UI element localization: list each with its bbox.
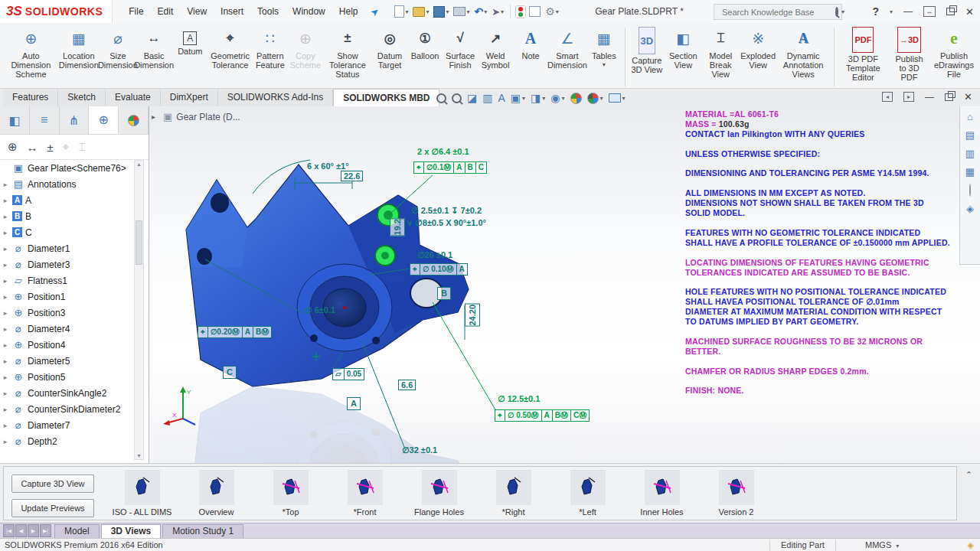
solidworks-resources-icon[interactable]: ⌂ xyxy=(967,111,973,122)
open-button[interactable]: ▾ xyxy=(411,5,430,18)
select-button[interactable]: ➤▾ xyxy=(490,5,505,19)
dimension-annotation[interactable]: ∅ 12.5±0.1 xyxy=(498,394,540,404)
expand-arrow-icon[interactable]: ▸ xyxy=(2,245,9,253)
ribbon-button-weld-symbol[interactable]: ↗Weld Symbol xyxy=(478,26,513,70)
view-thumbnail-image[interactable] xyxy=(719,470,754,505)
scroll-down-icon[interactable]: ▼ xyxy=(135,453,143,458)
datum-flag-c[interactable]: C xyxy=(223,366,237,379)
design-library-icon[interactable]: ▤ xyxy=(965,129,975,141)
pin-menu-icon[interactable]: ➤ xyxy=(368,5,382,19)
view-thumbnail-image[interactable] xyxy=(496,470,531,505)
collapse-panel-icon[interactable]: ⌃ xyxy=(965,470,972,480)
expand-arrow-icon[interactable]: ▸ xyxy=(2,213,9,220)
note-line[interactable]: BETTER. xyxy=(685,347,970,357)
view-thumb-front[interactable]: *Front xyxy=(328,468,402,517)
expand-arrow-icon[interactable]: ▸ xyxy=(2,181,9,188)
displaymanager-tab[interactable] xyxy=(119,106,149,134)
help-button[interactable]: ? xyxy=(873,5,880,18)
search-icon[interactable] xyxy=(835,7,838,17)
tree-item-diameter4[interactable]: ▸⌀Diameter4 xyxy=(0,321,136,337)
dimension-annotation[interactable]: ∨ ∅8±0.5 X 90°±1.0° xyxy=(407,218,486,228)
ribbon-button-auto-dimension-scheme[interactable]: ⊕Auto Dimension Scheme xyxy=(5,26,57,80)
tree-item-position4[interactable]: ▸⊕Position4 xyxy=(0,337,136,353)
tab-nav-last-icon[interactable]: ▶| xyxy=(40,524,51,537)
ribbon-button-datum-target[interactable]: ◎Datum Target xyxy=(372,26,407,70)
menu-tools[interactable]: Tools xyxy=(250,0,286,23)
tree-item-annotations[interactable]: ▸▤Annotations xyxy=(0,176,136,192)
appearances-icon[interactable] xyxy=(969,184,971,196)
tab-nav-first-icon[interactable]: |◀ xyxy=(3,524,15,537)
ribbon-button-section-view[interactable]: ◧Section View xyxy=(665,26,701,70)
doc-minimize-button[interactable]: — xyxy=(925,92,934,103)
tree-item-b[interactable]: ▸BB xyxy=(0,208,136,224)
capture-3d-view-button[interactable]: Capture 3D View xyxy=(11,474,94,493)
ribbon-button-publish-edrawings-file[interactable]: ePublish eDrawings File xyxy=(929,26,978,80)
scroll-up-icon[interactable]: ▲ xyxy=(135,161,143,167)
breadcrumb[interactable]: ▣ Gear Plate (D... xyxy=(163,111,240,122)
gdt-feature-control-frame[interactable]: ⌖∅0.1ⓂABC xyxy=(414,161,487,174)
view-settings-icon[interactable]: ▾ xyxy=(609,93,626,103)
units-selector[interactable]: MMGS▾ xyxy=(858,540,906,551)
menu-window[interactable]: Window xyxy=(286,0,332,23)
ribbon-button-geometric-tolerance[interactable]: ⌖Geometric Tolerance xyxy=(207,26,253,70)
tree-item-diameter7[interactable]: ▸⌀Diameter7 xyxy=(0,417,136,433)
note-line[interactable]: DIAMETER AT MAXIMUM MATERIAL CONDITION W… xyxy=(685,307,970,317)
section-view-icon[interactable]: ◪ xyxy=(467,92,477,104)
custom-properties-icon[interactable]: ◈ xyxy=(966,203,974,214)
tree-scrollbar[interactable]: ▲ ▼ xyxy=(134,160,144,460)
dimension-annotation[interactable]: 19.2 xyxy=(390,218,405,236)
menu-view[interactable]: View xyxy=(180,0,214,23)
tab-solidworks-mbd[interactable]: SOLIDWORKS MBD xyxy=(333,89,439,106)
note-line[interactable]: SHALL HAVE A PROFILE TOLERANCE OF ±0.150… xyxy=(685,238,970,248)
dropdown-caret-icon[interactable]: ▾ xyxy=(603,61,606,68)
note-line[interactable]: MASS = 100.63g xyxy=(685,119,970,129)
tree-item-position1[interactable]: ▸⊕Position1 xyxy=(0,289,136,305)
view-thumbnail-image[interactable] xyxy=(273,470,309,505)
tree-item-countersinkangle2[interactable]: ▸⌀CounterSinkAngle2 xyxy=(0,385,136,401)
menu-insert[interactable]: Insert xyxy=(214,0,250,23)
dimension-annotation[interactable]: 22.6 xyxy=(341,171,363,181)
tree-item-a[interactable]: ▸AA xyxy=(0,192,136,208)
ribbon-button-basic-dimension[interactable]: ↔Basic Dimension xyxy=(136,26,172,70)
dimension-annotation[interactable]: 24.20 xyxy=(465,304,480,327)
dimension-annotation[interactable]: 2 x ∅6.4 ±0.1 xyxy=(417,147,469,157)
stretch-button[interactable]: ↔ xyxy=(923,6,936,17)
expand-arrow-icon[interactable]: ▸ xyxy=(2,277,9,285)
view-thumbnail-image[interactable] xyxy=(570,470,606,505)
auto-dimension-scheme-icon[interactable]: ⊕ xyxy=(8,140,18,154)
graphics-viewport[interactable]: ▸ ▣ Gear Plate (D... xyxy=(149,106,980,463)
save-button[interactable]: ▾ xyxy=(432,5,450,19)
ribbon-button-size-dimension[interactable]: ⌀Size Dimension xyxy=(100,26,136,70)
expand-arrow-icon[interactable]: ▸ xyxy=(2,373,9,381)
expand-arrow-icon[interactable]: ▸ xyxy=(2,309,9,317)
edit-appearance-icon[interactable] xyxy=(570,93,582,104)
note-line[interactable]: DIMENSIONS NOT SHOWN SHALL BE TAKEN FROM… xyxy=(685,198,970,208)
ribbon-button-note[interactable]: ANote xyxy=(513,26,548,61)
tag-icon[interactable]: ◈ xyxy=(968,540,974,550)
menu-file[interactable]: File xyxy=(122,0,150,23)
note-line[interactable]: MATERIAL =AL 6061-T6 xyxy=(685,109,970,119)
ribbon-button-datum[interactable]: ADatum xyxy=(172,26,207,57)
knowledge-base-search[interactable]: ▾ xyxy=(714,4,842,20)
note-line[interactable]: TO DATUMS IMPLIED BY PART GEOMETRY. xyxy=(685,317,970,327)
note-line[interactable]: LOCATING DIMENSIONS OF FEATURES HAVING G… xyxy=(685,258,970,268)
undo-button[interactable]: ↶▾ xyxy=(472,5,488,18)
sheet-tab-model[interactable]: Model xyxy=(54,524,100,538)
dimension-annotation[interactable]: ∅32 ±0.1 xyxy=(402,445,437,455)
ribbon-button-3d-pdf-template-editor[interactable]: PDF3D PDF Template Editor xyxy=(838,26,889,83)
view-thumb-overview[interactable]: Overview xyxy=(179,468,253,517)
show-tolerance-status-icon[interactable]: ± xyxy=(47,141,54,154)
gdt-feature-control-frame[interactable]: ▱0.05 xyxy=(333,368,364,380)
ribbon-button-show-tolerance-status[interactable]: ±Show Tolerance Status xyxy=(323,26,372,80)
dimension-annotation[interactable]: ∅ 2.5±0.1 ↧ 7±0.2 xyxy=(411,206,482,216)
view-thumb-iso-all-dims[interactable]: ISO - ALL DIMS xyxy=(105,468,179,517)
previous-view-icon[interactable]: ▥ xyxy=(482,92,492,104)
close-button[interactable]: ✕ xyxy=(965,6,974,18)
update-previews-button[interactable]: Update Previews xyxy=(11,499,94,517)
note-line[interactable]: SHALL HAVEA POSITIONAL TOLERANCE OF ∅.01… xyxy=(685,297,970,307)
dimension-annotation[interactable]: 6 x 60° ±1° xyxy=(307,161,349,171)
new-document-button[interactable]: ▾ xyxy=(393,4,410,19)
tab-dimxpert[interactable]: DimXpert xyxy=(161,89,218,106)
ribbon-button-tables[interactable]: ▦Tables▾ xyxy=(586,26,622,69)
configurationmanager-tab[interactable]: ⋔ xyxy=(60,106,90,134)
